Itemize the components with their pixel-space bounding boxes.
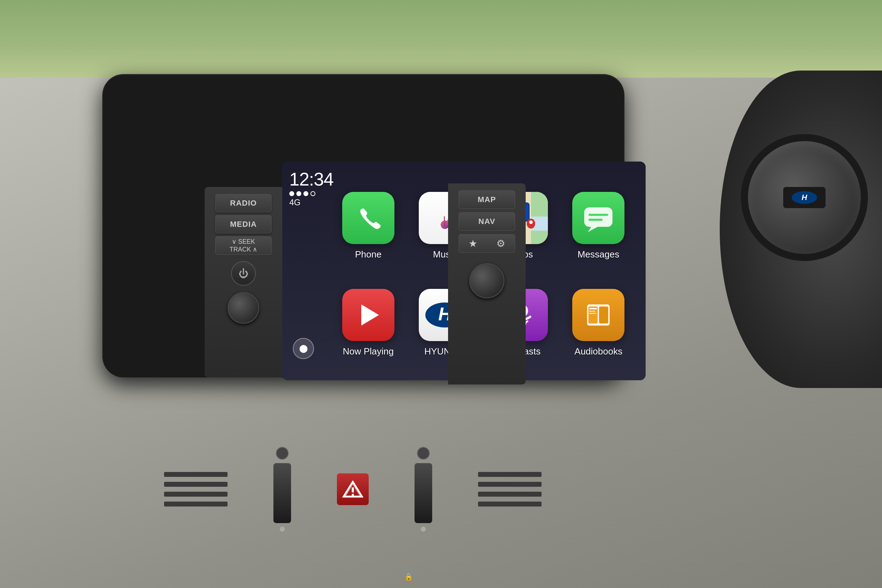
steering-wheel-area: H [720, 70, 882, 388]
phone-app-label: Phone [355, 249, 381, 260]
vent-blade [478, 492, 542, 496]
right-vent [478, 472, 542, 507]
right-control-panel: MAP NAV ★ ⚙ [448, 183, 526, 384]
star-gear-row[interactable]: ★ ⚙ [459, 234, 515, 252]
passenger-label: PASSENGER [434, 573, 478, 581]
vent-blade [478, 502, 542, 507]
vent-icon [276, 447, 289, 460]
nowplaying-app[interactable]: Now Playing [335, 280, 402, 366]
hazard-button[interactable] [337, 473, 369, 505]
right-volume-knob[interactable] [469, 263, 504, 298]
signal-dot-3 [303, 191, 308, 196]
home-button[interactable]: ⬤ [293, 338, 314, 359]
star-icon: ★ [468, 238, 477, 249]
vent-knob[interactable] [273, 463, 291, 523]
map-button[interactable]: MAP [459, 190, 515, 209]
signal-indicator [289, 191, 333, 196]
right-vent-control [414, 447, 432, 532]
svg-rect-33 [352, 494, 354, 496]
svg-point-12 [529, 220, 533, 224]
signal-dot-1 [289, 191, 294, 196]
gear-icon: ⚙ [496, 238, 505, 249]
left-vent-control [273, 447, 291, 532]
volume-knob[interactable] [228, 292, 259, 324]
messages-app-icon [572, 192, 624, 244]
network-label: 4G [289, 198, 333, 207]
home-icon: ⬤ [299, 344, 308, 353]
messages-app[interactable]: Messages [566, 183, 632, 269]
svg-rect-15 [588, 214, 608, 216]
svg-rect-27 [589, 308, 597, 309]
power-icon: ⏻ [238, 268, 248, 279]
nav-button[interactable]: NAV [459, 212, 515, 231]
time-display: 12:34 [289, 169, 333, 190]
vent-blade [164, 472, 228, 477]
vent-knob-right[interactable] [414, 463, 432, 523]
phone-app[interactable]: Phone [335, 183, 402, 269]
vent-blade [478, 482, 542, 487]
svg-rect-3 [444, 216, 445, 225]
vent-knob-dot-right [421, 526, 426, 532]
vent-blade [164, 482, 228, 487]
audiobooks-app[interactable]: Audiobooks [566, 280, 632, 366]
power-button[interactable]: ⏻ [231, 261, 256, 286]
lock-indicator: 🔒 [404, 573, 413, 581]
messages-app-label: Messages [578, 249, 620, 260]
bottom-labels: 🔒 PASSENGER [404, 573, 478, 581]
svg-rect-28 [589, 311, 596, 312]
infotainment-unit: RADIO MEDIA ∨ SEEK TRACK ∧ ⏻ 12:34 4G ⬤ [102, 74, 624, 377]
vent-icon-right [417, 447, 430, 460]
vent-knob-dot [280, 526, 285, 532]
seek-down-icon: ∨ SEEK [232, 238, 255, 246]
svg-rect-29 [589, 313, 596, 314]
svg-rect-13 [584, 207, 612, 227]
lower-dash [141, 433, 564, 546]
svg-marker-17 [361, 304, 379, 326]
steering-wheel: H [741, 134, 868, 261]
status-bar: 12:34 4G [289, 169, 333, 207]
vent-blade [478, 472, 542, 477]
outside-view [0, 0, 882, 78]
svg-marker-14 [588, 227, 598, 232]
vent-blade [164, 492, 228, 496]
signal-dot-2 [296, 191, 301, 196]
svg-rect-32 [352, 488, 354, 492]
media-button[interactable]: MEDIA [215, 215, 272, 234]
svg-rect-16 [588, 219, 603, 221]
seek-track-button[interactable]: ∨ SEEK TRACK ∧ [215, 236, 272, 255]
audiobooks-app-icon [572, 289, 624, 341]
left-control-panel: RADIO MEDIA ∨ SEEK TRACK ∧ ⏻ [205, 187, 282, 377]
audiobooks-app-label: Audiobooks [574, 346, 622, 357]
lock-icon: 🔒 [404, 573, 413, 581]
phone-app-icon [342, 192, 394, 244]
steering-wheel-center: H [783, 187, 825, 208]
vent-blade [164, 502, 228, 507]
svg-text:H: H [801, 193, 807, 202]
svg-rect-26 [599, 306, 608, 324]
seek-up-icon: TRACK ∧ [230, 246, 257, 253]
signal-dot-4 [310, 191, 315, 196]
nowplaying-app-label: Now Playing [343, 346, 394, 357]
nowplaying-app-icon [342, 289, 394, 341]
left-vent [164, 472, 228, 507]
radio-button[interactable]: RADIO [215, 194, 272, 212]
